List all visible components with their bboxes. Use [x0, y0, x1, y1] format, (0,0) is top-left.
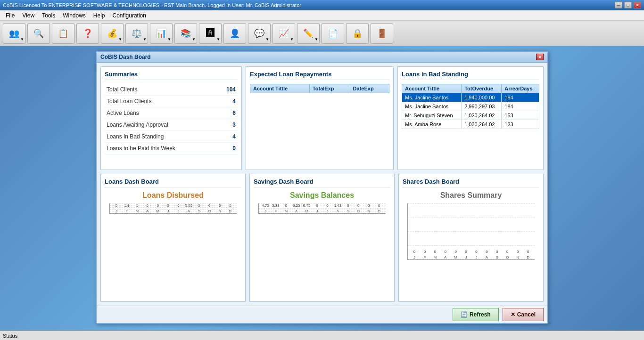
bad-standing-account: Ms. Amba Rose	[402, 120, 462, 129]
toolbar-btn-charts[interactable]: 📈▼	[272, 23, 295, 44]
bar-month-label: N	[218, 209, 221, 213]
bar-value-label: 0	[465, 250, 467, 254]
restore-button[interactable]: □	[624, 2, 632, 8]
toolbar-btn-reports[interactable]: 📋	[52, 23, 74, 44]
dropdown-arrow4: ▼	[167, 37, 171, 41]
title-bar: CoBIS Licenced To ENTERPRISE SOFTWARE & …	[0, 0, 644, 10]
bar-group: 0A	[441, 250, 450, 259]
bar-month-label: F	[423, 255, 426, 259]
toolbar-btn-cashier[interactable]: 💰▼	[101, 23, 124, 44]
bar-month-label: J	[465, 255, 467, 259]
col-account-title: Account Tittle	[250, 84, 310, 93]
close-button[interactable]: ✕	[634, 2, 641, 8]
toolbar-btn-docs[interactable]: 📄	[322, 23, 344, 44]
toolbar-btn-exit[interactable]: 🚪	[371, 23, 393, 44]
toolbar-btn-accounting[interactable]: 🅰▼	[199, 23, 222, 44]
dropdown-arrow8: ▼	[290, 37, 294, 41]
dropdown-arrow2: ▼	[118, 37, 122, 41]
toolbar-btn-edit[interactable]: ✏️▼	[297, 23, 320, 44]
bad-standing-row[interactable]: Ms. Jacline Santos 2,990,297.03 184	[402, 102, 539, 111]
bar-value-label: 0	[378, 203, 380, 208]
toolbar-btn-help[interactable]: ❓	[76, 23, 99, 44]
bar-value-label: 0	[147, 203, 149, 208]
bar-value-label: 0	[326, 203, 328, 208]
bar-value-label: 0	[496, 250, 498, 254]
savings-dashboard-title: Savings Dash Board	[254, 178, 390, 187]
bar-month-label: J	[326, 209, 328, 213]
cancel-label: Cancel	[517, 311, 536, 318]
refresh-label: Refresh	[470, 311, 491, 318]
refresh-button[interactable]: 🔄 Refresh	[453, 308, 499, 321]
bar-value-label: 6.25	[293, 203, 300, 208]
bar-group: 0J	[164, 203, 173, 213]
toolbar-btn-balance[interactable]: ⚖️▼	[125, 23, 148, 44]
bad-standing-row[interactable]: Ms. Jacline Santos 1,940,000.00 184	[402, 93, 539, 102]
loans-chart-panel: Loans Dash Board Loans Disbursed	[100, 174, 246, 302]
savings-chart-panel: Savings Dash Board Savings Balances	[249, 174, 395, 302]
bar-group: 3.33F	[271, 203, 281, 213]
shares-chart-title: Shares Summary	[403, 191, 539, 200]
bar-value-label: 0	[357, 203, 359, 208]
bar-value-label: 0	[506, 250, 508, 254]
summary-value-loan-clients: 4	[232, 98, 236, 105]
bad-standing-row[interactable]: Ms. Amba Rose 1,030,264.02 123	[402, 120, 539, 129]
bad-standing-row[interactable]: Mr. Sebuguzi Steven 1,020,264.02 153	[402, 111, 539, 120]
bad-standing-days: 184	[502, 102, 539, 111]
bar-value-label: 0	[229, 203, 231, 208]
minimize-button[interactable]: ─	[615, 2, 622, 8]
shares-bars-container: 0J0F0M0A0M0J0J0A0S0O0N0D	[408, 203, 535, 259]
summary-active-loans: Active Loans 6	[105, 107, 238, 119]
expected-repayments-title: Expected Loan Repayments	[250, 71, 389, 80]
bar-month-label: M	[454, 255, 457, 259]
bar-group: 0N	[513, 250, 522, 259]
toolbar-btn-lock[interactable]: 🔒	[346, 23, 369, 44]
bar-group: 0J	[323, 203, 332, 213]
dropdown-arrow7: ▼	[265, 37, 269, 41]
bar-month-label: A	[188, 209, 190, 213]
savings-bars-container: 4.75J3.33F0M6.25A0.75M0J0J1.43A0S0O0N0D	[259, 203, 386, 213]
dropdown-arrow6: ▼	[216, 37, 220, 41]
loans-chart-container: 5J1.1F1M0A0M0J0J5.03A0S0O0N0D	[105, 203, 241, 298]
bar-value-label: 0	[219, 203, 221, 208]
menu-windows[interactable]: Windows	[59, 11, 90, 20]
summary-total-clients: Total Clients 104	[105, 84, 238, 96]
cancel-button[interactable]: ✕ Cancel	[503, 308, 544, 321]
bar-month-label: D	[378, 209, 380, 213]
bar-group: 0J	[313, 203, 322, 213]
toolbar-btn-loans[interactable]: 📊▼	[150, 23, 173, 44]
bad-col-days: ArrearDays	[502, 84, 539, 93]
bar-month-label: O	[357, 209, 360, 213]
toolbar-btn-sms[interactable]: 💬▼	[248, 23, 271, 44]
toolbar-btn-users[interactable]: 👤	[223, 23, 246, 44]
summary-label-loans-week: Loans to be Paid this Week	[107, 145, 175, 152]
bar-group: 0J	[410, 250, 419, 259]
bar-group: 0A	[143, 203, 152, 213]
bar-group: 0J	[472, 250, 481, 259]
loans-dashboard-title: Loans Dash Board	[105, 178, 241, 187]
dashboard-title-bar: CoBIS Dash Board ✕	[97, 52, 547, 63]
bar-value-label: 0	[486, 250, 487, 254]
toolbar-btn-search[interactable]: 🔍	[27, 23, 50, 44]
dashboard-close-button[interactable]: ✕	[536, 54, 544, 60]
menu-help[interactable]: Help	[90, 11, 109, 20]
bar-group: 0S	[343, 203, 353, 213]
bar-month-label: A	[295, 209, 297, 213]
bar-group: 0J	[174, 203, 183, 213]
bad-standing-overdue: 1,030,264.02	[462, 120, 502, 129]
loans-chart-title: Loans Disbursed	[105, 191, 241, 200]
summary-label-active-loans: Active Loans	[107, 110, 139, 116]
dropdown-arrow3: ▼	[143, 37, 147, 41]
bar-group: 0D	[225, 203, 235, 213]
summary-label-loan-clients: Total Loan Clients	[107, 98, 151, 105]
toolbar-btn-members[interactable]: 👥▼	[3, 23, 25, 44]
bar-value-label: 0	[368, 203, 370, 208]
menu-file[interactable]: File	[2, 11, 18, 20]
bar-group: 0O	[503, 250, 512, 259]
bar-month-label: N	[367, 209, 370, 213]
bar-group: 0S	[194, 203, 204, 213]
toolbar-btn-savings[interactable]: 📚▼	[174, 23, 197, 44]
menu-tools[interactable]: Tools	[38, 11, 59, 20]
bar-month-label: J	[264, 209, 266, 213]
menu-view[interactable]: View	[18, 11, 38, 20]
menu-configuration[interactable]: Configuration	[109, 11, 150, 20]
